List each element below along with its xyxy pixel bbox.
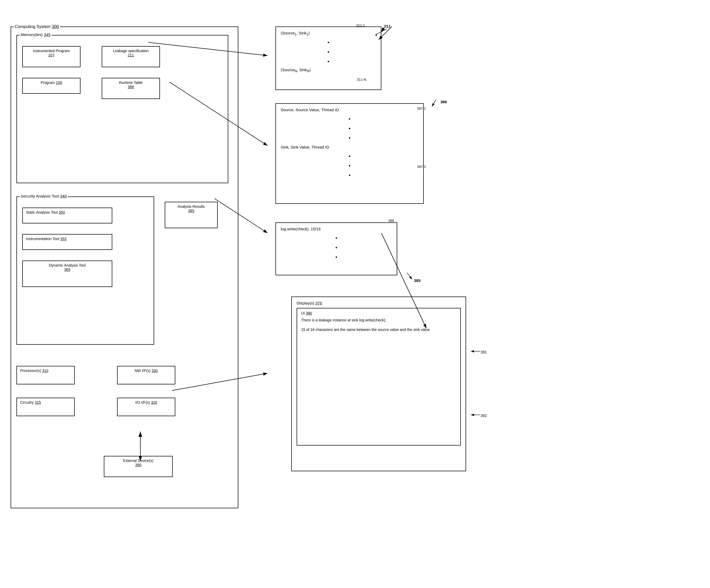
static-analysis-box: Static Analysis Tool 350 xyxy=(22,207,112,223)
security-analysis-box: Security Analysis Tool 340 Static Analys… xyxy=(17,196,154,345)
analysis-results-right-box: log.write(check), 15/16 ••• 388 385 xyxy=(276,222,397,275)
instrumented-program-box: Instrumented Program 107 xyxy=(22,46,80,67)
leakage-spec-ref: 211 xyxy=(128,53,134,57)
static-analysis-text: Static Analysis Tool xyxy=(26,210,58,215)
arrow-391 xyxy=(470,347,486,356)
leakage-dots: ••• xyxy=(281,38,376,66)
processor-box: Processor(s) 310 xyxy=(17,366,75,385)
dynamic-analysis-ref: 365 xyxy=(64,267,70,272)
leakage-ref-311-1: 311-1 xyxy=(356,23,365,27)
io-if-text: I/O I/F(s) xyxy=(135,400,150,405)
memory-ref: 345 xyxy=(44,32,51,37)
ui-message2-text: 15 of 16 characters are the same between… xyxy=(301,327,430,332)
memory-text: Memory(ies) xyxy=(21,32,43,37)
ar-ref-388: 388 xyxy=(388,219,394,223)
arrow-386 xyxy=(431,98,447,110)
ar-line1: log.write(check), 15/16 xyxy=(281,227,392,231)
leakage-entry-n: (SourceN, SinkN) xyxy=(281,68,376,73)
analysis-results-box: Analysis Results 385 xyxy=(165,202,218,228)
display-label: Display(s) 376 xyxy=(297,301,461,305)
memory-label: Memory(ies) 345 xyxy=(20,32,52,37)
nw-if-ref: 330 xyxy=(151,369,158,373)
svg-line-14 xyxy=(407,273,412,279)
computing-system-box: Computing System 300 Memory(ies) 345 Ins… xyxy=(10,26,238,508)
static-analysis-ref: 350 xyxy=(58,210,65,215)
security-analysis-text: Security Analysis Tool xyxy=(21,194,59,198)
program-text: Program xyxy=(41,80,55,85)
leakage-spec-right-box: (Source1, Sink1) ••• (SourceN, SinkN) 31… xyxy=(276,26,381,90)
display-ref: 376 xyxy=(315,301,322,305)
rt-ref-387-1: 387-1 xyxy=(417,106,426,111)
ui-text: UI xyxy=(301,311,305,315)
svg-line-13 xyxy=(432,100,436,106)
leakage-spec-box: Leakage specification 211 xyxy=(102,46,160,67)
computing-system-ref: 300 xyxy=(52,24,59,29)
nw-if-box: NW I/F(s) 330 xyxy=(117,366,175,385)
circuitry-ref: 315 xyxy=(35,400,41,405)
svg-line-12 xyxy=(379,26,392,40)
ar-dots: ••• xyxy=(281,233,392,262)
analysis-results-text: Analysis Results xyxy=(178,204,205,209)
dynamic-analysis-text: Dynamic Analysis Tool xyxy=(49,263,86,267)
leakage-entry-1: (Source1, Sink1) xyxy=(281,31,376,36)
external-device-text: External Device(s) xyxy=(123,459,153,463)
instrumentation-tool-ref: 353 xyxy=(61,237,67,241)
program-box: Program 100 xyxy=(22,78,80,94)
leakage-ref-311-n: 311-N xyxy=(357,78,366,81)
ui-ref: 380 xyxy=(306,311,312,315)
rt-dots-2: ••• xyxy=(281,151,419,180)
ui-message2: 15 of 16 characters are the same between… xyxy=(301,327,456,332)
processor-text: Processor(s) xyxy=(20,369,41,373)
computing-system-text: Computing System xyxy=(15,24,51,29)
program-ref: 100 xyxy=(56,80,62,85)
rt-dots-1: ••• xyxy=(281,114,419,143)
arrow-385 xyxy=(404,271,420,283)
instrumented-program-text: Instrumented Program xyxy=(33,49,70,53)
runtime-table-ref: 386 xyxy=(128,85,134,89)
instrumentation-tool-box: Instrumentation Tool 353 xyxy=(22,234,112,250)
nw-if-text: NW I/F(s) xyxy=(135,369,150,373)
dynamic-analysis-box: Dynamic Analysis Tool 365 xyxy=(22,261,112,287)
ui-message1-text: There is a leakage instance at sink log.… xyxy=(301,318,386,322)
runtime-table-box: Runtime Table 386 xyxy=(102,78,160,99)
ui-box: UI 380 There is a leakage instance at si… xyxy=(297,308,461,446)
display-text: Display(s) xyxy=(297,301,314,305)
analysis-results-ref: 385 xyxy=(188,209,194,213)
external-device-ref: 390 xyxy=(135,463,141,467)
runtime-table-right-box: Source, Source Value, Thread ID ••• 387-… xyxy=(276,103,424,204)
io-if-ref: 320 xyxy=(151,400,157,405)
diagram-container: Computing System 300 Memory(ies) 345 Ins… xyxy=(5,10,705,583)
instrumentation-tool-text: Instrumentation Tool xyxy=(26,237,59,241)
ui-message1: There is a leakage instance at sink log.… xyxy=(301,318,456,322)
security-analysis-ref: 340 xyxy=(60,194,67,198)
external-device-box: External Device(s) 390 xyxy=(104,456,173,477)
computing-system-label: Computing System 300 xyxy=(14,24,60,29)
leakage-spec-text: Leakage specification xyxy=(113,49,149,53)
rt-sink-line: Sink, Sink Value, Thread ID xyxy=(281,145,419,149)
ui-label: UI 380 xyxy=(301,311,456,315)
processor-ref: 310 xyxy=(42,369,48,373)
runtime-table-text: Runtime Table xyxy=(119,80,142,85)
circuitry-box: Circuitry 315 xyxy=(17,398,75,416)
instrumented-program-ref: 107 xyxy=(48,53,54,57)
rt-ref-387-2: 387-2 xyxy=(417,165,426,169)
memory-box: Memory(ies) 345 Instrumented Program 107… xyxy=(17,35,228,183)
arrow-211 xyxy=(373,25,395,47)
io-if-box: I/O I/F(s) 320 xyxy=(117,398,175,416)
display-box: Display(s) 376 UI 380 There is a leakage… xyxy=(291,296,466,471)
security-analysis-label: Security Analysis Tool 340 xyxy=(20,194,68,198)
arrow-392 xyxy=(470,411,486,420)
rt-source-line: Source, Source Value, Thread ID xyxy=(281,107,419,112)
circuitry-text: Circuitry xyxy=(20,400,33,405)
